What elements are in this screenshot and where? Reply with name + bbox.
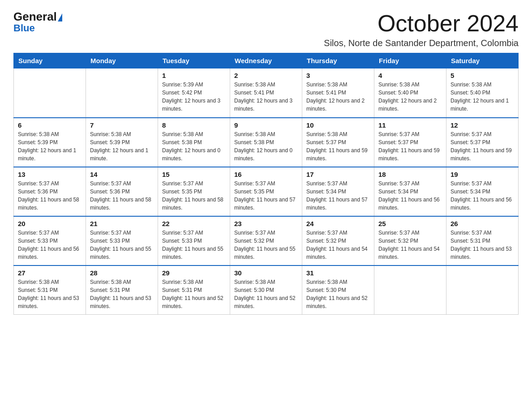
calendar-week-2: 6Sunrise: 5:38 AMSunset: 5:39 PMDaylight… xyxy=(14,118,519,167)
day-number: 24 xyxy=(306,220,370,227)
day-number: 22 xyxy=(162,220,226,227)
calendar-cell: 2Sunrise: 5:38 AMSunset: 5:41 PMDaylight… xyxy=(230,68,302,118)
calendar-cell: 24Sunrise: 5:37 AMSunset: 5:32 PMDayligh… xyxy=(302,216,374,265)
day-number: 15 xyxy=(162,171,226,178)
day-info: Sunrise: 5:38 AMSunset: 5:39 PMDaylight:… xyxy=(18,130,82,163)
day-info: Sunrise: 5:37 AMSunset: 5:37 PMDaylight:… xyxy=(378,130,442,163)
calendar-cell: 17Sunrise: 5:37 AMSunset: 5:34 PMDayligh… xyxy=(302,167,374,216)
day-info: Sunrise: 5:38 AMSunset: 5:30 PMDaylight:… xyxy=(234,278,298,310)
calendar-cell: 28Sunrise: 5:38 AMSunset: 5:31 PMDayligh… xyxy=(86,265,158,315)
weekday-header-wednesday: Wednesday xyxy=(230,53,302,68)
logo-triangle-icon xyxy=(58,13,62,21)
calendar-week-5: 27Sunrise: 5:38 AMSunset: 5:31 PMDayligh… xyxy=(14,265,519,315)
day-info: Sunrise: 5:37 AMSunset: 5:32 PMDaylight:… xyxy=(378,229,442,261)
calendar-cell xyxy=(86,68,158,118)
day-info: Sunrise: 5:37 AMSunset: 5:34 PMDaylight:… xyxy=(378,180,442,212)
day-info: Sunrise: 5:39 AMSunset: 5:42 PMDaylight:… xyxy=(162,81,226,113)
day-number: 17 xyxy=(306,171,370,178)
day-info: Sunrise: 5:37 AMSunset: 5:33 PMDaylight:… xyxy=(162,229,226,261)
calendar-cell: 8Sunrise: 5:38 AMSunset: 5:38 PMDaylight… xyxy=(158,118,230,167)
page-header: General Blue October 2024 Silos, Norte d… xyxy=(13,11,519,48)
calendar-cell: 7Sunrise: 5:38 AMSunset: 5:39 PMDaylight… xyxy=(86,118,158,167)
calendar-cell: 20Sunrise: 5:37 AMSunset: 5:33 PMDayligh… xyxy=(14,216,86,265)
day-info: Sunrise: 5:37 AMSunset: 5:32 PMDaylight:… xyxy=(306,229,370,261)
calendar-cell: 31Sunrise: 5:38 AMSunset: 5:30 PMDayligh… xyxy=(302,265,374,315)
day-number: 27 xyxy=(18,269,82,277)
calendar-cell: 10Sunrise: 5:38 AMSunset: 5:37 PMDayligh… xyxy=(302,118,374,167)
calendar-cell: 27Sunrise: 5:38 AMSunset: 5:31 PMDayligh… xyxy=(14,265,86,315)
calendar-cell: 23Sunrise: 5:37 AMSunset: 5:32 PMDayligh… xyxy=(230,216,302,265)
calendar-cell: 14Sunrise: 5:37 AMSunset: 5:36 PMDayligh… xyxy=(86,167,158,216)
calendar-cell: 15Sunrise: 5:37 AMSunset: 5:35 PMDayligh… xyxy=(158,167,230,216)
calendar-cell: 6Sunrise: 5:38 AMSunset: 5:39 PMDaylight… xyxy=(14,118,86,167)
day-number: 14 xyxy=(90,171,154,178)
day-number: 4 xyxy=(378,72,442,79)
logo-general-text: General xyxy=(13,11,57,22)
day-info: Sunrise: 5:37 AMSunset: 5:36 PMDaylight:… xyxy=(18,180,82,212)
calendar-cell xyxy=(14,68,86,118)
day-info: Sunrise: 5:38 AMSunset: 5:30 PMDaylight:… xyxy=(306,278,370,310)
day-info: Sunrise: 5:38 AMSunset: 5:38 PMDaylight:… xyxy=(234,130,298,163)
day-number: 19 xyxy=(450,171,514,178)
calendar-cell xyxy=(446,265,519,315)
day-number: 25 xyxy=(378,220,442,227)
logo-blue-text: Blue xyxy=(13,22,35,34)
calendar-cell: 13Sunrise: 5:37 AMSunset: 5:36 PMDayligh… xyxy=(14,167,86,216)
day-number: 21 xyxy=(90,220,154,227)
calendar-cell: 16Sunrise: 5:37 AMSunset: 5:35 PMDayligh… xyxy=(230,167,302,216)
day-number: 31 xyxy=(306,269,370,277)
weekday-header-sunday: Sunday xyxy=(14,53,86,68)
calendar-cell: 26Sunrise: 5:37 AMSunset: 5:31 PMDayligh… xyxy=(446,216,519,265)
day-number: 10 xyxy=(306,121,370,129)
day-info: Sunrise: 5:37 AMSunset: 5:34 PMDaylight:… xyxy=(306,180,370,212)
calendar-cell: 12Sunrise: 5:37 AMSunset: 5:37 PMDayligh… xyxy=(446,118,519,167)
day-number: 12 xyxy=(450,121,514,129)
day-number: 13 xyxy=(18,171,82,178)
weekday-header-friday: Friday xyxy=(374,53,446,68)
calendar-header-row: SundayMondayTuesdayWednesdayThursdayFrid… xyxy=(14,53,519,68)
title-area: October 2024 Silos, Norte de Santander D… xyxy=(324,11,519,48)
calendar-cell: 11Sunrise: 5:37 AMSunset: 5:37 PMDayligh… xyxy=(374,118,446,167)
calendar-cell: 30Sunrise: 5:38 AMSunset: 5:30 PMDayligh… xyxy=(230,265,302,315)
main-title: October 2024 xyxy=(324,11,519,36)
logo: General Blue xyxy=(13,11,62,34)
day-number: 8 xyxy=(162,121,226,129)
day-number: 2 xyxy=(234,72,298,79)
weekday-header-thursday: Thursday xyxy=(302,53,374,68)
calendar-cell: 21Sunrise: 5:37 AMSunset: 5:33 PMDayligh… xyxy=(86,216,158,265)
day-info: Sunrise: 5:37 AMSunset: 5:32 PMDaylight:… xyxy=(234,229,298,261)
day-info: Sunrise: 5:38 AMSunset: 5:40 PMDaylight:… xyxy=(450,81,514,113)
day-info: Sunrise: 5:37 AMSunset: 5:33 PMDaylight:… xyxy=(90,229,154,261)
calendar-week-1: 1Sunrise: 5:39 AMSunset: 5:42 PMDaylight… xyxy=(14,68,519,118)
day-number: 5 xyxy=(450,72,514,79)
calendar-cell: 22Sunrise: 5:37 AMSunset: 5:33 PMDayligh… xyxy=(158,216,230,265)
day-number: 16 xyxy=(234,171,298,178)
calendar-cell: 19Sunrise: 5:37 AMSunset: 5:34 PMDayligh… xyxy=(446,167,519,216)
calendar-cell: 18Sunrise: 5:37 AMSunset: 5:34 PMDayligh… xyxy=(374,167,446,216)
day-info: Sunrise: 5:38 AMSunset: 5:31 PMDaylight:… xyxy=(162,278,226,310)
day-number: 11 xyxy=(378,121,442,129)
day-number: 9 xyxy=(234,121,298,129)
day-info: Sunrise: 5:38 AMSunset: 5:39 PMDaylight:… xyxy=(90,130,154,163)
day-info: Sunrise: 5:37 AMSunset: 5:36 PMDaylight:… xyxy=(90,180,154,212)
subtitle: Silos, Norte de Santander Department, Co… xyxy=(324,38,519,48)
day-number: 26 xyxy=(450,220,514,227)
day-number: 6 xyxy=(18,121,82,129)
weekday-header-monday: Monday xyxy=(86,53,158,68)
day-number: 30 xyxy=(234,269,298,277)
day-info: Sunrise: 5:38 AMSunset: 5:40 PMDaylight:… xyxy=(378,81,442,113)
calendar-cell: 1Sunrise: 5:39 AMSunset: 5:42 PMDaylight… xyxy=(158,68,230,118)
day-info: Sunrise: 5:37 AMSunset: 5:37 PMDaylight:… xyxy=(450,130,514,163)
day-info: Sunrise: 5:37 AMSunset: 5:31 PMDaylight:… xyxy=(450,229,514,261)
calendar-cell xyxy=(374,265,446,315)
calendar-week-4: 20Sunrise: 5:37 AMSunset: 5:33 PMDayligh… xyxy=(14,216,519,265)
calendar-week-3: 13Sunrise: 5:37 AMSunset: 5:36 PMDayligh… xyxy=(14,167,519,216)
day-info: Sunrise: 5:37 AMSunset: 5:33 PMDaylight:… xyxy=(18,229,82,261)
calendar-table: SundayMondayTuesdayWednesdayThursdayFrid… xyxy=(13,53,519,315)
day-number: 7 xyxy=(90,121,154,129)
day-info: Sunrise: 5:37 AMSunset: 5:34 PMDaylight:… xyxy=(450,180,514,212)
day-number: 18 xyxy=(378,171,442,178)
day-number: 3 xyxy=(306,72,370,79)
calendar-cell: 25Sunrise: 5:37 AMSunset: 5:32 PMDayligh… xyxy=(374,216,446,265)
weekday-header-saturday: Saturday xyxy=(446,53,519,68)
